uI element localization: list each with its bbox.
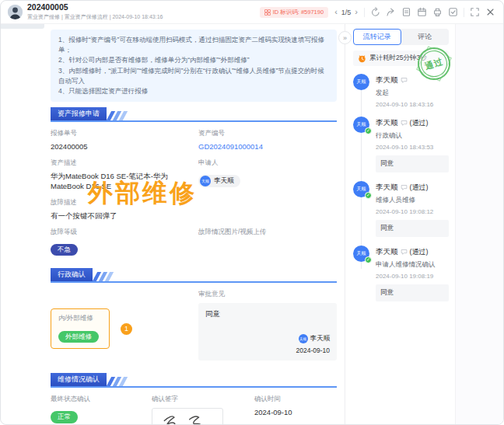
chat-bubble-icon[interactable]	[401, 77, 408, 84]
field-label: 资产描述	[51, 159, 187, 168]
field-value: 2024-09-10	[254, 408, 337, 417]
fault-level-tag: 不急	[51, 244, 78, 256]
stamp-circle: 通过	[414, 44, 455, 85]
section-header-admin: 行政确认	[51, 271, 337, 283]
field-final-status: 最终状态确认 正常	[51, 395, 142, 424]
print-icon[interactable]	[432, 7, 443, 17]
field-label: 故障描述	[51, 198, 337, 207]
notice-line-1: 1、报修时“资产编号”可在移动端使用扫码模式，通过扫描固定资产二维码实现快速填写…	[58, 35, 329, 55]
header-left: 202400005 置业资产报修 | 置业资产保修流程 | 2024-09-10…	[8, 3, 163, 22]
field-label: 内/外部维修	[58, 314, 102, 323]
grid-icon	[264, 9, 271, 16]
timeline-time: 2024-09-10 19:08:12	[376, 208, 449, 215]
document-icon[interactable]	[401, 7, 411, 17]
user-name: 李天顺	[214, 176, 234, 186]
admin-fields: 内/外部维修 外部维修 1 审批意见 同意 天顺 李天顺	[51, 290, 337, 368]
timeline-avatar: 天顺✓	[353, 117, 369, 133]
page-indicator: 1/5	[341, 9, 352, 16]
field-fault-media: 故障情况图片/视频上传	[198, 228, 337, 256]
section-header-confirm: 维修情况确认	[51, 376, 337, 388]
record-title: 202400005	[27, 3, 163, 12]
stamp-text: 通过	[423, 55, 444, 72]
timer-icon	[358, 54, 366, 63]
timeline-time: 2024-09-10 18:43:16	[376, 101, 449, 108]
timeline-avatar: 天顺✓	[353, 181, 369, 197]
tab-flow-record[interactable]: 流转记录	[353, 29, 401, 45]
header-titles: 202400005 置业资产报修 | 置业资产保修流程 | 2024-09-10…	[27, 3, 163, 22]
fullscreen-icon[interactable]	[470, 7, 480, 17]
timeline-time: 2024-09-10 18:43:53	[376, 144, 449, 151]
left-panel-remnant	[1, 24, 44, 29]
field-fault-desc: 故障描述 有一个按键不回弹了	[51, 198, 337, 221]
prev-record-button[interactable]: ‹	[334, 8, 338, 16]
repair-type-tag: 外部维修	[58, 331, 99, 343]
timeline-name-row: 李天顺 (通过)	[376, 117, 449, 128]
timeline-comment: 同意	[376, 220, 449, 237]
field-label: 报修单号	[51, 129, 187, 138]
timeline-node: 发起	[376, 89, 449, 98]
signature-image	[152, 408, 223, 424]
timeline-time: 2024-09-10 19:08:19	[376, 273, 449, 280]
collapse-panel-button[interactable]: »	[338, 31, 352, 44]
user-name: 李天顺	[310, 334, 331, 343]
field-approval-opinion: 审批意见 同意 天顺 李天顺 2024-09-10	[198, 290, 337, 361]
timeline-name-row: 李天顺 (通过)	[376, 181, 449, 193]
timeline-comment: 同意	[376, 284, 449, 301]
final-status-tag: 正常	[51, 411, 78, 423]
close-icon[interactable]	[485, 7, 495, 17]
field-repair-no: 报修单号 202400005	[51, 129, 187, 152]
chat-bubble-icon[interactable]	[401, 120, 408, 127]
field-label: 故障情况图片/视频上传	[198, 228, 337, 237]
timeline-node: 申请人维修情况确认	[376, 260, 449, 270]
id-badge: ID 标识码: #597190	[260, 7, 328, 18]
chat-bubble-icon[interactable]	[401, 249, 408, 256]
field-fault-level: 故障等级 不急	[51, 228, 187, 256]
timeline-result: (通过)	[410, 118, 429, 128]
notice-line-4: 4、只能选择固定资产进行报修	[58, 86, 329, 96]
section-title: 维修情况确认	[51, 373, 107, 386]
transfer-icon[interactable]	[370, 7, 380, 17]
timeline-entry-applicant-confirm: 天顺✓ 李天顺 (通过) 申请人维修情况确认 2024-09-10 19:08:…	[353, 246, 449, 301]
timeline-result: (通过)	[410, 247, 429, 257]
field-label: 审批意见	[198, 290, 337, 299]
field-value: 华为MateBook D16 SE-笔记本-华为MateBook D16 SE	[51, 172, 187, 191]
timeline-user-name: 李天顺	[376, 75, 398, 85]
next-record-button[interactable]: ›	[354, 8, 359, 16]
chat-bubble-icon[interactable]	[401, 184, 408, 191]
timeline-user-name: 李天顺	[376, 247, 398, 257]
flow-timeline: 天顺 李天顺 发起 2024-09-10 18:43:16 天顺✓ 李天顺 (通…	[353, 74, 449, 301]
field-label: 故障等级	[51, 228, 187, 237]
opinion-footer: 天顺 李天顺 2024-09-10	[205, 334, 330, 354]
applicant-user-chip[interactable]: 天顺 李天顺	[198, 175, 240, 187]
field-signature: 确认签字	[152, 395, 245, 424]
apply-fields: 报修单号 202400005 资产编号 GD2024091000014 资产描述…	[51, 129, 337, 263]
field-value: 有一个按键不回弹了	[51, 211, 337, 221]
share-icon[interactable]	[386, 7, 396, 17]
applicant-photo-avatar	[8, 5, 23, 19]
right-margin-area	[455, 24, 503, 424]
timeline-node: 行政确认	[376, 131, 449, 141]
section-title: 资产报修申请	[51, 107, 107, 120]
opinion-user-chip: 天顺 李天顺	[299, 334, 331, 343]
field-label: 资产编号	[198, 129, 337, 138]
form-area: 1、报修时“资产编号”可在移动端使用扫码模式，通过扫描固定资产二维码实现快速填写…	[1, 24, 345, 424]
id-badge-text: ID 标识码: #597190	[273, 9, 324, 16]
approve-icon[interactable]	[448, 7, 458, 17]
schedule-icon[interactable]	[417, 7, 427, 17]
timeline-node: 维修人员维修	[376, 196, 449, 205]
opinion-text: 同意	[205, 309, 330, 319]
annotation-marker-1: 1	[121, 323, 132, 335]
repair-type-highlight-box[interactable]: 内/外部维修 外部维修	[51, 308, 110, 349]
timeline-user-name: 李天顺	[376, 183, 398, 193]
timeline-entry-admin-confirm: 天顺✓ 李天顺 (通过) 行政确认 2024-09-10 18:43:53 同意	[353, 117, 449, 172]
asset-no-link[interactable]: GD2024091000014	[198, 142, 337, 152]
timeline-comment: 同意	[376, 155, 449, 172]
record-subtitle: 置业资产报修 | 置业资产保修流程 | 2024-09-10 18:43:16	[27, 13, 163, 21]
flow-record-panel: » 流转记录 评论 累计耗时25分钟3秒 通过 天顺 李天顺	[345, 24, 455, 424]
notice-line-2: 2、针对公司内部是否有维修部，维修单分为“内部维修”“外部维修”	[58, 55, 329, 65]
timeline-result: (通过)	[410, 183, 429, 193]
timeline-user-name: 李天顺	[376, 118, 398, 128]
field-label: 确认时间	[254, 395, 337, 404]
notice-box: 1、报修时“资产编号”可在移动端使用扫码模式，通过扫描固定资产二维码实现快速填写…	[51, 30, 337, 102]
field-label: 申请人	[198, 159, 337, 168]
